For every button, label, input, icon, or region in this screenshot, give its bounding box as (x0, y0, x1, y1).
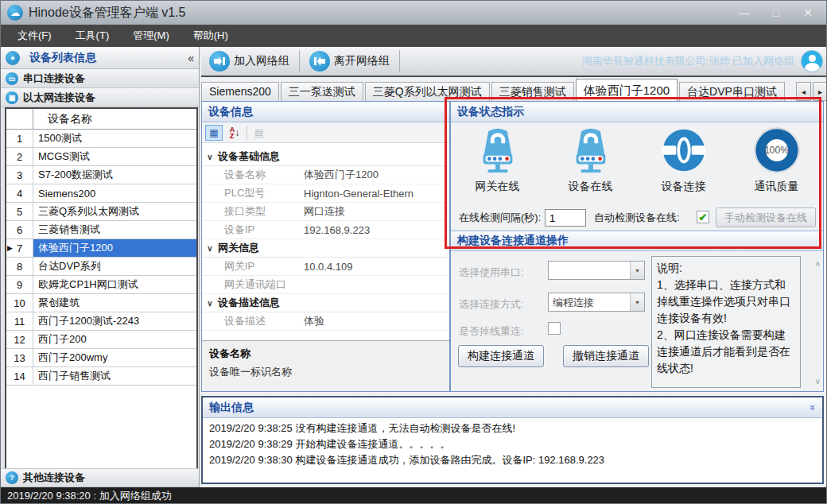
property-row[interactable]: PLC型号Hignton-General-Ethern (202, 184, 449, 203)
table-row-selected[interactable]: ▶7 体验西门子1200 (6, 239, 196, 258)
menu-file[interactable]: 文件(F) (6, 25, 64, 47)
indicator-label: 网关在线 (476, 180, 520, 194)
instructions-title: 说明: (657, 260, 795, 277)
log-line: 2019/2/20 9:38:30 构建设备连接通道成功，添加设备路由完成。设备… (209, 452, 816, 468)
output-title: 输出信息 (209, 401, 254, 415)
collapse-output-icon[interactable]: » (807, 405, 819, 410)
join-network-label: 加入网络组 (234, 54, 289, 68)
menubar: 文件(F) 工具(T) 管理(M) 帮助(H) (1, 25, 827, 47)
reconnect-checkbox[interactable] (548, 322, 561, 335)
property-category[interactable]: ∨网关信息 (202, 239, 449, 258)
device-online-icon (566, 126, 615, 175)
toolbar-separator (299, 50, 300, 72)
build-channel-button[interactable]: 构建连接通道 (458, 345, 544, 367)
property-grid: ∨设备基础信息 设备名称体验西门子1200 PLC型号Hignton-Gener… (202, 148, 449, 331)
join-network-button[interactable]: 加入网络组 (201, 48, 297, 75)
table-row[interactable]: 2MCGS测试 (6, 148, 196, 166)
table-row[interactable]: 14西门子销售测试 (6, 367, 196, 386)
table-row[interactable]: 11西门子1200测试-2243 (6, 312, 196, 331)
table-row[interactable]: 11500测试 (6, 130, 196, 148)
table-row[interactable]: 5三菱Q系列以太网测试 (6, 203, 196, 221)
collapse-sidebar-icon[interactable]: « (188, 52, 194, 64)
leave-network-label: 离开网络组 (334, 54, 390, 68)
interval-label: 在线检测间隔(秒): (459, 211, 541, 225)
device-status-header: 设备状态指示 (451, 102, 823, 122)
toolbar: 加入网络组 离开网络组 湖南华辰智通科技有限公司:张烨 已加入网络组 (201, 47, 827, 77)
auto-detect-label: 自动检测设备在线: (594, 211, 680, 225)
indicator-label: 通讯质量 (755, 180, 799, 194)
table-row[interactable]: 4Siemens200 (6, 184, 196, 203)
property-row[interactable]: 设备IP192.168.9.223 (202, 221, 449, 239)
property-category[interactable]: ∨设备描述信息 (202, 294, 449, 312)
table-row[interactable]: 3S7-200数据测试 (6, 166, 196, 184)
manual-detect-button[interactable]: 手动检测设备在线 (716, 207, 816, 227)
menu-help[interactable]: 帮助(H) (181, 25, 240, 47)
online-check-row: 在线检测间隔(秒): 自动检测设备在线: ✔ 手动检测设备在线 (451, 207, 823, 228)
indicator-label: 设备连接 (662, 180, 706, 194)
device-info-panel: 设备信息 ▦ AZ↓ ▤ ∨设备基础信息 设备名称体验西门子1200 PLC型号… (201, 101, 450, 392)
revoke-channel-button[interactable]: 撤销连接通道 (563, 345, 649, 367)
leave-network-button[interactable]: 离开网络组 (301, 48, 398, 75)
channel-ops-header: 构建设备连接通道操作 (451, 231, 823, 251)
tab-scroll-right-button[interactable]: ▸ (813, 82, 827, 101)
scroll-down-icon[interactable]: ∨ (815, 377, 821, 386)
close-button[interactable]: ✕ (801, 6, 815, 19)
auto-detect-checkbox[interactable]: ✔ (697, 211, 709, 223)
property-description-title: 设备名称 (209, 347, 442, 361)
log-line: 2019/2/20 9:38:25 没有构建连接通道，无法自动检测设备是否在线! (209, 421, 816, 436)
table-row[interactable]: 10聚创建筑 (6, 294, 196, 312)
log-line: 2019/2/20 9:38:29 开始构建设备连接通道。。。。。 (209, 436, 816, 452)
avatar[interactable] (801, 50, 823, 72)
sidebar-header: ● 设备列表信息 « (1, 47, 199, 69)
tab-siemens200[interactable]: Siemens200 (201, 82, 279, 101)
property-row[interactable]: 设备名称体验西门子1200 (202, 166, 449, 184)
sidebar-group-other[interactable]: ? 其他连接设备 (1, 468, 199, 487)
property-grid-toolbar: ▦ AZ↓ ▤ (202, 122, 449, 143)
ethernet-device-icon: ▣ (6, 91, 18, 104)
device-connect-icon (659, 126, 709, 175)
interval-input[interactable] (545, 209, 586, 227)
serial-port-select[interactable]: ▼ (548, 261, 645, 280)
alphabetical-sort-button[interactable]: AZ↓ (226, 125, 243, 141)
table-row[interactable]: 6三菱销售测试 (6, 221, 196, 239)
status-bar-text: 2019/2/20 9:38:20 : 加入网络组成功 (7, 489, 172, 503)
indicator-label: 设备在线 (569, 180, 613, 194)
maximize-button[interactable]: □ (769, 6, 783, 19)
comm-quality-value: 100% (752, 126, 802, 175)
table-row[interactable]: 8台达DVP系列 (6, 258, 196, 276)
tab-scroll-left-button[interactable]: ◂ (796, 82, 811, 101)
device-list-icon: ● (6, 51, 20, 65)
scroll-up-icon[interactable]: ∧ (815, 259, 821, 268)
menu-manage[interactable]: 管理(M) (121, 25, 181, 47)
device-info-title: 设备信息 (208, 105, 253, 119)
table-row[interactable]: 12西门子200 (6, 331, 196, 349)
conn-mode-select[interactable]: 编程连接 ▼ (548, 293, 645, 312)
tab-mitsubishi-q[interactable]: 三菱Q系列以太网测试 (365, 82, 490, 101)
table-row[interactable]: 13西门子200wmy (6, 349, 196, 367)
categorized-view-button[interactable]: ▦ (205, 125, 223, 141)
property-row[interactable]: 网关IP10.0.4.109 (202, 258, 449, 276)
property-row[interactable]: 接口类型网口连接 (202, 203, 449, 221)
tab-sany-pump[interactable]: 三一泵送测试 (281, 82, 363, 101)
table-row[interactable]: 9欧姆龙CP1H网口测试 (6, 276, 196, 294)
tab-siemens1200-active[interactable]: 体验西门子1200 (576, 79, 678, 101)
device-online-indicator: 设备在线 (547, 126, 635, 194)
menu-tools[interactable]: 工具(T) (64, 25, 122, 47)
sidebar-group-serial[interactable]: ▭ 串口连接设备 (1, 69, 199, 88)
sidebar-group-label: 以太网连接设备 (23, 91, 95, 105)
instructions-line: 1、选择串口、连接方式和掉线重连操作选项只对串口连接设备有效! (657, 277, 795, 327)
property-description-text: 设备唯一标识名称 (209, 365, 442, 379)
property-row[interactable]: 网关通讯端口 (202, 276, 449, 294)
sidebar: ● 设备列表信息 « ▭ 串口连接设备 ▣ 以太网连接设备 设备名称 11500… (1, 47, 200, 487)
tab-delta-dvp[interactable]: 台达DVP串口测试 (679, 82, 785, 101)
property-category[interactable]: ∨设备基础信息 (202, 148, 449, 166)
tab-mitsubishi-sales[interactable]: 三菱销售测试 (491, 82, 574, 101)
property-row[interactable]: 设备描述体验 (202, 312, 449, 331)
serial-port-label: 选择使用串口: (459, 266, 524, 280)
sidebar-group-label: 串口连接设备 (23, 72, 85, 86)
window-controls: — □ ✕ (737, 6, 821, 19)
sidebar-group-ethernet[interactable]: ▣ 以太网连接设备 (1, 88, 199, 107)
log-area: 2019/2/20 9:38:25 没有构建连接通道，无法自动检测设备是否在线!… (203, 418, 822, 471)
gateway-online-indicator: 网关在线 (454, 126, 542, 194)
minimize-button[interactable]: — (737, 6, 751, 19)
